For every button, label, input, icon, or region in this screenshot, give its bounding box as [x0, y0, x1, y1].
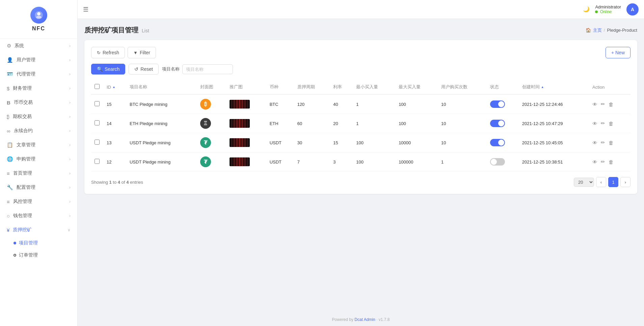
sidebar-item-config[interactable]: 🔧 配置管理 ›: [0, 180, 77, 195]
view-icon[interactable]: 👁: [592, 159, 597, 165]
row-checkbox-cell: [91, 152, 103, 172]
sidebar-item-label: 首页管理: [13, 170, 32, 176]
sidebar-item-label: 用户管理: [17, 57, 35, 63]
row-id: 12: [103, 152, 126, 172]
page-size-select[interactable]: 10 20 50 100: [574, 178, 594, 187]
sidebar-item-coin-trade[interactable]: B 币币交易 ›: [0, 95, 77, 110]
sidebar-item-pledge-mine[interactable]: ¥ 质押挖矿 ∨: [0, 223, 77, 237]
nav-list: ⚙ 系统 › 👤 用户管理 › 🪪 代理管理 ›: [0, 39, 77, 261]
search-button[interactable]: 🔍 Search: [91, 64, 125, 75]
sidebar-item-risk[interactable]: ≡ 风控管理 ›: [0, 195, 77, 209]
page-1-button[interactable]: 1: [608, 177, 618, 187]
table-row: 15 BTC Pledge mining ₿ BTC 120 40 1 100 …: [91, 94, 630, 114]
row-user-buy-count: 10: [438, 94, 487, 114]
col-rate: 利率: [330, 80, 353, 94]
row-actions: 👁 ✏ 🗑: [589, 133, 630, 152]
sidebar-item-wallet[interactable]: ○ 钱包管理 ›: [0, 209, 77, 223]
sidebar-item-apply[interactable]: 🌐 申购管理 ›: [0, 152, 77, 166]
sidebar-item-label: 风控管理: [13, 199, 32, 205]
delete-icon[interactable]: 🗑: [609, 140, 614, 146]
select-all-checkbox[interactable]: [95, 84, 100, 89]
risk-icon: ≡: [7, 199, 10, 205]
delete-icon[interactable]: 🗑: [609, 121, 614, 126]
row-coin: USDT: [266, 152, 294, 172]
next-page-button[interactable]: ›: [620, 177, 630, 187]
sidebar-item-perpetual[interactable]: ∞ 永续合约 ›: [0, 124, 77, 138]
status-toggle[interactable]: [490, 120, 505, 127]
row-cover: ₮: [197, 152, 226, 172]
sidebar-item-finance[interactable]: $ 财务管理 ›: [0, 81, 77, 95]
sidebar-item-user-mgmt[interactable]: 👤 用户管理 ›: [0, 53, 77, 67]
breadcrumb-home-link[interactable]: 主页: [593, 27, 602, 33]
row-promo: [226, 94, 266, 114]
chevron-right-icon: ›: [69, 43, 71, 48]
theme-toggle-button[interactable]: 🌙: [583, 6, 590, 12]
filter-button[interactable]: ▼ Filter: [128, 47, 156, 58]
row-rate: 20: [330, 114, 353, 133]
sidebar-item-label: 申购管理: [17, 156, 35, 162]
sidebar-item-home-mgmt[interactable]: ≡ 首页管理 ›: [0, 166, 77, 180]
sidebar-submenu-pledge: 项目管理 订单管理: [0, 237, 77, 261]
sidebar-item-article[interactable]: 📋 文章管理 ›: [0, 138, 77, 152]
sidebar-item-project-mgmt[interactable]: 项目管理: [0, 237, 77, 249]
showing-text: Showing 1 to 4 of 4 entries: [91, 180, 143, 185]
row-checkbox[interactable]: [95, 140, 100, 145]
chevron-right-icon: ›: [69, 143, 71, 147]
reset-button[interactable]: ↺ Reset: [129, 64, 159, 75]
prev-page-button[interactable]: ‹: [596, 177, 606, 187]
delete-icon[interactable]: 🗑: [609, 159, 614, 165]
home-icon: 🏠: [586, 28, 591, 33]
filter-icon: ▼: [133, 50, 138, 55]
chevron-right-icon: ›: [69, 199, 71, 204]
reset-icon: ↺: [134, 66, 138, 72]
view-icon[interactable]: 👁: [592, 101, 597, 107]
row-id: 13: [103, 133, 126, 152]
status-toggle[interactable]: [490, 100, 505, 108]
row-coin: BTC: [266, 94, 294, 114]
chevron-right-icon: ›: [69, 86, 71, 91]
search-field: 项目名称: [162, 64, 233, 74]
row-min-buy: 1: [353, 94, 395, 114]
footer: Powered by Dcat Admin · v1.7.8: [78, 313, 644, 326]
new-button[interactable]: + New: [606, 47, 630, 58]
sidebar-item-order-mgmt[interactable]: 订单管理: [0, 249, 77, 261]
refresh-icon: ↻: [97, 50, 101, 55]
page-to: 4: [118, 180, 120, 185]
edit-icon[interactable]: ✏: [601, 159, 605, 165]
delete-icon[interactable]: 🗑: [609, 101, 614, 107]
row-checkbox[interactable]: [95, 159, 100, 164]
search-input[interactable]: [182, 64, 233, 74]
bitcoin-icon: B: [7, 100, 10, 106]
table-row: 14 ETH Pledge mining Ξ ETH 60 20 1 100 1…: [91, 114, 630, 133]
menu-toggle-button[interactable]: ☰: [83, 6, 88, 13]
row-max-buy: 100: [395, 94, 438, 114]
toolbar: ↻ Refresh ▼ Filter + New: [91, 47, 630, 58]
row-user-buy-count: 1: [438, 152, 487, 172]
breadcrumb: 🏠 主页 / Pledge-Product: [586, 27, 637, 33]
row-actions: 👁 ✏ 🗑: [589, 152, 630, 172]
sidebar-item-label: 永续合约: [14, 128, 33, 134]
col-action: Action: [589, 80, 630, 94]
edit-icon[interactable]: ✏: [601, 140, 605, 146]
footer-link[interactable]: Dcat Admin: [354, 317, 375, 322]
row-name: USDT Pledge mining: [126, 152, 197, 172]
status-toggle[interactable]: [490, 158, 505, 166]
row-checkbox[interactable]: [95, 101, 100, 106]
sidebar-item-system[interactable]: ⚙ 系统 ›: [0, 39, 77, 53]
row-name: USDT Pledge mining: [126, 133, 197, 152]
wallet-icon: ○: [7, 213, 10, 219]
edit-icon[interactable]: ✏: [601, 120, 605, 126]
sidebar-item-label: 财务管理: [13, 85, 32, 91]
avatar[interactable]: A: [626, 3, 639, 16]
row-name: BTC Pledge mining: [126, 94, 197, 114]
view-icon[interactable]: 👁: [592, 121, 597, 126]
status-toggle[interactable]: [490, 139, 505, 146]
chevron-right-icon: ›: [69, 171, 71, 176]
sidebar-item-agent-mgmt[interactable]: 🪪 代理管理 ›: [0, 67, 77, 81]
edit-icon[interactable]: ✏: [601, 101, 605, 107]
row-checkbox[interactable]: [95, 120, 100, 125]
view-icon[interactable]: 👁: [592, 140, 597, 146]
sidebar-item-futures[interactable]: ₿ 期权交易 ›: [0, 110, 77, 124]
sidebar-logo: NFC: [0, 0, 77, 39]
refresh-button[interactable]: ↻ Refresh: [91, 47, 125, 58]
